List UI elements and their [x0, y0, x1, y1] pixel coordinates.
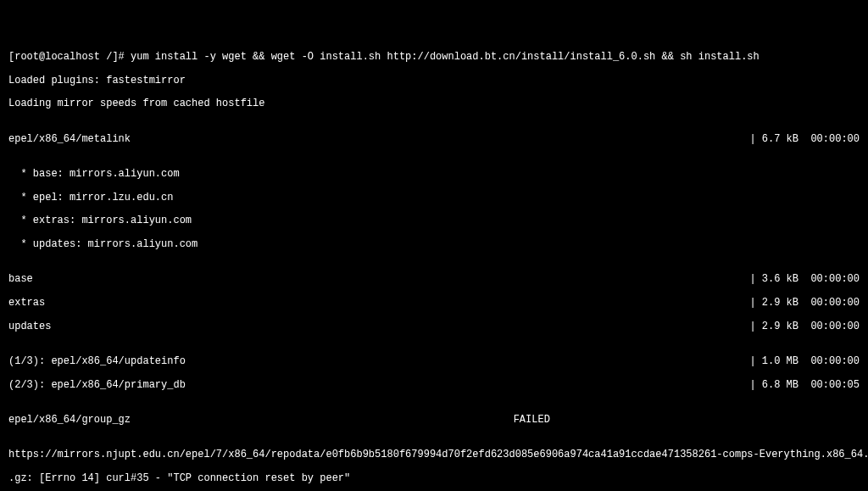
- repo-extras-size: | 2.9 kB 00:00:00: [749, 298, 860, 310]
- mirror-updates: * updates: mirrors.aliyun.com: [8, 239, 860, 251]
- mirror-extras: * extras: mirrors.aliyun.com: [8, 215, 860, 227]
- dl2-label: (2/3): epel/x86_64/primary_db: [8, 380, 186, 392]
- metalink-row: epel/x86_64/metalink | 6.7 kB 00:00:00: [8, 134, 860, 146]
- dl1-row: (1/3): epel/x86_64/updateinfo | 1.0 MB 0…: [8, 356, 860, 368]
- repo-updates-size: | 2.9 kB 00:00:00: [749, 321, 860, 333]
- failed-row: epel/x86_64/group_gz FAILED: [8, 415, 860, 427]
- dl2-size: | 6.8 MB 00:00:05: [749, 380, 860, 392]
- loading-line: Loading mirror speeds from cached hostfi…: [8, 98, 860, 110]
- metalink-label: epel/x86_64/metalink: [8, 134, 131, 146]
- plugins-line: Loaded plugins: fastestmirror: [8, 75, 860, 87]
- failed-label: epel/x86_64/group_gz: [8, 415, 131, 427]
- mirror-base: * base: mirrors.aliyun.com: [8, 169, 860, 181]
- repo-base-label: base: [8, 274, 33, 286]
- error-msg: .gz: [Errno 14] curl#35 - "TCP connectio…: [8, 473, 860, 485]
- repo-extras-label: extras: [8, 298, 45, 310]
- repo-base-size: | 3.6 kB 00:00:00: [749, 274, 860, 286]
- repo-updates-row: updates | 2.9 kB 00:00:00: [8, 321, 860, 333]
- error-url: https://mirrors.njupt.edu.cn/epel/7/x86_…: [8, 449, 860, 461]
- repo-updates-label: updates: [8, 321, 51, 333]
- dl1-label: (1/3): epel/x86_64/updateinfo: [8, 356, 186, 368]
- metalink-size: | 6.7 kB 00:00:00: [749, 134, 860, 146]
- repo-base-row: base | 3.6 kB 00:00:00: [8, 274, 860, 286]
- mirror-epel: * epel: mirror.lzu.edu.cn: [8, 192, 860, 204]
- failed-status: FAILED: [514, 415, 550, 427]
- command-line: [root@localhost /]# yum install -y wget …: [8, 52, 860, 64]
- dl2-row: (2/3): epel/x86_64/primary_db | 6.8 MB 0…: [8, 380, 860, 392]
- dl1-size: | 1.0 MB 00:00:00: [749, 356, 860, 368]
- repo-extras-row: extras | 2.9 kB 00:00:00: [8, 298, 860, 310]
